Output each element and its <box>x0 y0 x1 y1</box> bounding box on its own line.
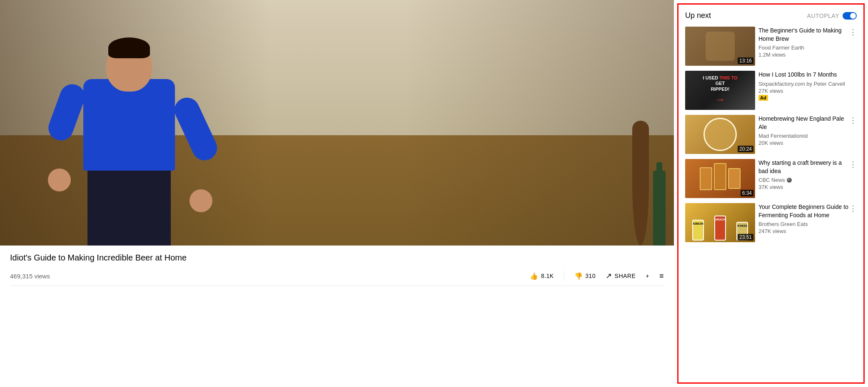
card-views: 37K views <box>758 184 848 190</box>
room-right-items <box>591 79 674 246</box>
card-info: How I Lost 100lbs In 7 Months Sixpackfac… <box>758 71 857 110</box>
card-duration: 6:34 <box>741 190 753 196</box>
card-more-button[interactable]: ⋮ <box>849 161 857 168</box>
autoplay-toggle[interactable] <box>843 12 857 20</box>
card-channel: Food Farmer Earth <box>758 45 848 51</box>
video-player[interactable] <box>0 0 674 246</box>
video-card[interactable]: 20:24 Homebrewing New England Pale Ale M… <box>685 115 857 154</box>
jar-2: SRACHA <box>714 216 726 241</box>
add-icon: + <box>646 273 649 279</box>
main-area: Idiot's Guide to Making Incredible Beer … <box>0 0 674 387</box>
card-channel: Brothers Green Eats <box>758 221 848 227</box>
person-lower <box>87 162 171 246</box>
video-actions: 8.1K 310 SHARE + <box>530 270 664 282</box>
card-more-button[interactable]: ⋮ <box>849 28 857 36</box>
like-button[interactable]: 8.1K <box>530 270 554 282</box>
card-title: Why starting a craft brewery is a bad id… <box>758 159 848 175</box>
person-silhouette <box>42 29 217 246</box>
card-duration: 20:24 <box>738 146 753 152</box>
add-button[interactable]: + <box>646 271 649 281</box>
video-stats-bar: 469,315 views 8.1K 310 SHARE + <box>10 266 664 286</box>
autoplay-label: AUTOPLAY <box>807 12 839 19</box>
card-info: The Beginner's Guide to Making Home Brew… <box>758 27 857 66</box>
video-views: 469,315 views <box>10 273 50 280</box>
card-info: Why starting a craft brewery is a bad id… <box>758 159 857 198</box>
card-thumbnail: KIMCHI SRACHA KVASS 23:51 <box>685 203 755 242</box>
arm-left <box>45 81 88 144</box>
person-area <box>0 0 674 246</box>
video-info-section: Idiot's Guide to Making Incredible Beer … <box>0 246 674 293</box>
video-card[interactable]: 6:34 Why starting a craft brewery is a b… <box>685 159 857 198</box>
dislike-count: 310 <box>585 273 596 279</box>
ad-badge: Ad <box>758 95 768 101</box>
up-next-panel: Up next AUTOPLAY 13:16 The Beginner's Gu… <box>677 3 865 384</box>
card-title: Homebrewing New England Pale Ale <box>758 115 848 131</box>
beer-glass-1 <box>700 167 712 190</box>
verified-icon <box>787 178 792 183</box>
card-channel: CBC News <box>758 177 848 183</box>
up-next-header: Up next AUTOPLAY <box>685 11 857 20</box>
card-thumbnail: 13:16 <box>685 27 755 66</box>
share-button[interactable]: SHARE <box>606 270 636 282</box>
card-title: How I Lost 100lbs In 7 Months <box>758 71 848 79</box>
card-more-button[interactable]: ⋮ <box>849 205 857 212</box>
card-thumbnail: 20:24 <box>685 115 755 154</box>
autoplay-container: AUTOPLAY <box>807 12 857 20</box>
hair <box>108 37 150 58</box>
card-info: Your Complete Beginners Guide to Ferment… <box>758 203 857 242</box>
shelf-visual <box>706 32 735 61</box>
bottle <box>653 171 666 246</box>
guitar <box>632 121 649 246</box>
card-views: 27K views <box>758 88 848 94</box>
card-views: 1.2M views <box>758 52 848 58</box>
beer-glass-3 <box>728 168 741 189</box>
dislike-button[interactable]: 310 <box>574 270 596 282</box>
video-card[interactable]: 13:16 The Beginner's Guide to Making Hom… <box>685 27 857 66</box>
person-head <box>106 42 152 92</box>
brew-visual <box>703 118 737 151</box>
card-duration: 13:16 <box>738 57 753 64</box>
more-icon <box>659 272 664 280</box>
bottle-neck <box>656 162 662 173</box>
card-title: Your Complete Beginners Guide to Ferment… <box>758 203 848 219</box>
arrow-icon: → <box>715 94 725 105</box>
card-duration: 23:51 <box>738 234 753 241</box>
card-more-button[interactable]: ⋮ <box>849 117 857 124</box>
person-torso <box>83 79 175 171</box>
divider <box>564 271 564 281</box>
hand-left <box>48 169 71 191</box>
video-card[interactable]: KIMCHI SRACHA KVASS 23:51 Your Complete … <box>685 203 857 242</box>
card-thumbnail: I USED THIS TOGETRIPPED! → <box>685 71 755 110</box>
hand-right <box>190 189 212 212</box>
ad-thumb-content: I USED THIS TOGETRIPPED! → <box>685 71 755 110</box>
card-views: 20K views <box>758 140 848 146</box>
card-title: The Beginner's Guide to Making Home Brew <box>758 27 848 43</box>
like-count: 8.1K <box>541 273 554 279</box>
card-views: 247K views <box>758 228 848 234</box>
video-card[interactable]: I USED THIS TOGETRIPPED! → How I Lost 10… <box>685 71 857 110</box>
cards-container: 13:16 The Beginner's Guide to Making Hom… <box>685 27 857 242</box>
share-label: SHARE <box>615 273 636 279</box>
thumb-up-icon <box>530 272 539 280</box>
up-next-title: Up next <box>685 11 711 20</box>
card-thumbnail: 6:34 <box>685 159 755 198</box>
more-button[interactable] <box>659 270 664 282</box>
card-info: Homebrewing New England Pale Ale Mad Fer… <box>758 115 857 154</box>
video-title: Idiot's Guide to Making Incredible Beer … <box>10 252 664 263</box>
jar-1: KIMCHI <box>692 220 704 241</box>
card-channel: Sixpackfactory.com by Peter Carvell <box>758 81 848 87</box>
beer-glass-2 <box>714 163 726 190</box>
share-icon <box>606 271 612 280</box>
ad-thumb-text: I USED THIS TOGETRIPPED! <box>703 75 738 92</box>
video-frame <box>0 0 674 246</box>
arm-right <box>170 94 221 164</box>
card-channel: Mad Fermentationist <box>758 133 848 139</box>
thumb-down-icon <box>574 272 583 280</box>
